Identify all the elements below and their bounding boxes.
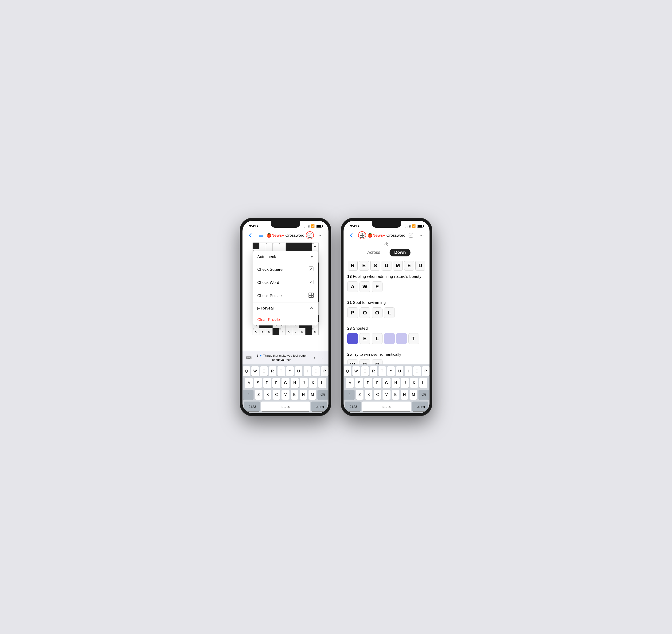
key-P-right[interactable]: P xyxy=(422,366,430,376)
key-V-right[interactable]: V xyxy=(383,390,390,400)
clue-box-25-W[interactable]: W xyxy=(347,359,358,365)
word-letter-S[interactable]: S xyxy=(370,261,380,270)
key-I-left[interactable]: I xyxy=(304,366,311,376)
word-letter-U[interactable]: U xyxy=(381,261,391,270)
key-A-right[interactable]: A xyxy=(346,378,354,388)
clue-box-E[interactable]: E xyxy=(372,281,383,292)
key-G-left[interactable]: G xyxy=(281,378,289,388)
key-T-right[interactable]: T xyxy=(378,366,386,376)
clue-box-23-L[interactable]: L xyxy=(372,333,383,344)
clue-box-23-T[interactable]: T xyxy=(408,333,419,344)
clue-box-O1[interactable]: O xyxy=(360,308,370,318)
clue-box-L[interactable]: L xyxy=(384,308,395,318)
return-key-right[interactable]: return xyxy=(412,401,428,411)
key-J-right[interactable]: J xyxy=(401,378,409,388)
back-button-left[interactable] xyxy=(246,231,254,239)
key-F-right[interactable]: F xyxy=(373,378,381,388)
key-R-left[interactable]: R xyxy=(269,366,276,376)
key-K-right[interactable]: K xyxy=(410,378,418,388)
key-E-right[interactable]: E xyxy=(361,366,369,376)
key-O-left[interactable]: O xyxy=(312,366,320,376)
word-letter-R[interactable]: R xyxy=(348,261,357,270)
key-L-right[interactable]: L xyxy=(419,378,427,388)
grid-button-right[interactable] xyxy=(358,231,366,239)
shift-key-right[interactable]: ⇧ xyxy=(344,390,354,400)
key-O-right[interactable]: O xyxy=(413,366,421,376)
key-Z-left[interactable]: Z xyxy=(255,390,262,400)
num-key-right[interactable]: .?123 xyxy=(345,401,361,411)
menu-autocheck[interactable]: Autocheck ✦ xyxy=(253,251,318,263)
key-A-left[interactable]: A xyxy=(245,378,253,388)
key-D-left[interactable]: D xyxy=(263,378,271,388)
clue-box-25-O1[interactable]: O xyxy=(360,359,370,365)
key-C-right[interactable]: C xyxy=(374,390,381,400)
clue-box-A[interactable]: A xyxy=(347,281,358,292)
menu-reveal[interactable]: ▶ Reveal 👁 xyxy=(253,302,318,314)
clue-box-23-5[interactable] xyxy=(396,333,407,344)
key-J-left[interactable]: J xyxy=(300,378,308,388)
key-Q-right[interactable]: Q xyxy=(344,366,351,376)
key-H-left[interactable]: H xyxy=(291,378,299,388)
key-D-right[interactable]: D xyxy=(364,378,372,388)
key-Y-left[interactable]: Y xyxy=(286,366,294,376)
key-E-left[interactable]: E xyxy=(260,366,268,376)
next-clue-button[interactable]: › xyxy=(319,354,325,361)
key-B-right[interactable]: B xyxy=(392,390,399,400)
key-M-right[interactable]: M xyxy=(410,390,417,400)
space-key-left[interactable]: space xyxy=(261,401,310,411)
key-G-right[interactable]: G xyxy=(383,378,391,388)
menu-check-square[interactable]: Check Square xyxy=(253,263,318,276)
key-U-left[interactable]: U xyxy=(295,366,302,376)
down-tab[interactable]: Down xyxy=(390,249,411,257)
key-Y-right[interactable]: Y xyxy=(387,366,395,376)
back-button-right[interactable] xyxy=(347,231,355,239)
key-H-right[interactable]: H xyxy=(392,378,400,388)
keyboard-toggle-icon[interactable]: ⌨ xyxy=(246,356,252,360)
key-R-right[interactable]: R xyxy=(370,366,377,376)
clue-box-P[interactable]: P xyxy=(347,308,358,318)
across-tab[interactable]: Across xyxy=(363,249,385,257)
key-M-left[interactable]: M xyxy=(308,390,316,400)
clue-box-25-O2[interactable]: O xyxy=(372,359,383,365)
key-S-left[interactable]: S xyxy=(254,378,262,388)
key-W-left[interactable]: W xyxy=(251,366,259,376)
key-B-left[interactable]: B xyxy=(291,390,298,400)
shift-key-left[interactable]: ⇧ xyxy=(243,390,254,400)
word-letter-E2[interactable]: E xyxy=(404,261,414,270)
key-Z-right[interactable]: Z xyxy=(356,390,364,400)
timer-display[interactable]: ⏱ xyxy=(344,242,430,248)
delete-key-right[interactable]: ⌫ xyxy=(418,390,429,400)
clue-box-23-4[interactable] xyxy=(384,333,395,344)
clue-box-23-1[interactable] xyxy=(347,333,358,344)
space-key-right[interactable]: space xyxy=(362,401,411,411)
key-V-left[interactable]: V xyxy=(281,390,289,400)
menu-check-word[interactable]: Check Word xyxy=(253,276,318,289)
key-K-left[interactable]: K xyxy=(309,378,317,388)
key-X-right[interactable]: X xyxy=(365,390,372,400)
key-U-right[interactable]: U xyxy=(396,366,403,376)
check-button-right[interactable] xyxy=(407,231,415,239)
num-key-left[interactable]: .?123 xyxy=(244,401,260,411)
word-letter-E[interactable]: E xyxy=(359,261,369,270)
menu-check-puzzle[interactable]: Check Puzzle xyxy=(253,289,318,302)
return-key-left[interactable]: return xyxy=(311,401,327,411)
clue-box-23-E[interactable]: E xyxy=(360,333,370,344)
key-F-left[interactable]: F xyxy=(272,378,280,388)
clue-box-O2[interactable]: O xyxy=(372,308,383,318)
key-T-left[interactable]: T xyxy=(278,366,285,376)
key-W-right[interactable]: W xyxy=(352,366,360,376)
list-icon-left[interactable] xyxy=(257,231,265,239)
word-letter-D[interactable]: D xyxy=(415,261,425,270)
key-P-left[interactable]: P xyxy=(321,366,328,376)
menu-clear-puzzle[interactable]: Clear Puzzle xyxy=(253,314,318,325)
key-Q-left[interactable]: Q xyxy=(243,366,250,376)
clue-box-W[interactable]: W xyxy=(360,281,370,292)
prev-clue-button[interactable]: ‹ xyxy=(312,354,317,361)
more-button-right[interactable]: ··· xyxy=(418,231,426,239)
key-X-left[interactable]: X xyxy=(264,390,271,400)
delete-key-left[interactable]: ⌫ xyxy=(318,390,328,400)
word-letter-M[interactable]: M xyxy=(393,261,403,270)
key-C-left[interactable]: C xyxy=(273,390,280,400)
key-I-right[interactable]: I xyxy=(404,366,412,376)
more-button-left[interactable]: ··· xyxy=(317,231,325,239)
